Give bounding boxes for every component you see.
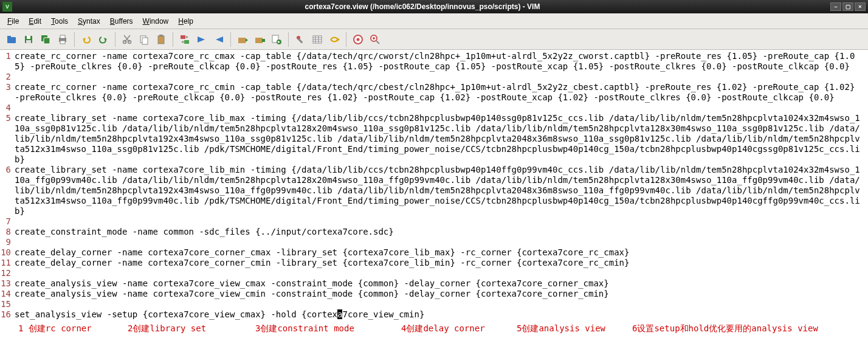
line-number: 14 (0, 289, 15, 299)
session-load-icon[interactable] (235, 32, 250, 47)
code-line[interactable]: 3create_rc_corner -name cortexa7core_rc_… (0, 82, 868, 103)
menu-buffers[interactable]: Buffers (106, 16, 137, 27)
help-icon[interactable] (350, 32, 366, 47)
code-text[interactable]: set_analysis_view -setup {cortexa7core_v… (15, 309, 864, 320)
annotation-2: 2创建library set (128, 323, 255, 334)
menubar: File Edit Tools Syntax Buffers Window He… (0, 13, 868, 29)
minimize-button[interactable]: – (830, 2, 841, 11)
code-line[interactable]: 7 (0, 216, 868, 227)
saveall-icon[interactable] (38, 32, 53, 47)
editor-area[interactable]: 1create_rc_corner -name cortexa7core_rc_… (0, 50, 868, 320)
code-line[interactable]: 9 (0, 237, 868, 247)
svg-rect-1 (7, 36, 11, 38)
shell-icon[interactable] (309, 32, 325, 47)
svg-rect-32 (298, 38, 303, 43)
annotation-4: 4创建delay corner (401, 323, 517, 334)
code-text[interactable]: create_library_set -name cortexa7core_li… (15, 165, 864, 216)
svg-rect-3 (27, 36, 30, 39)
code-text[interactable]: create_delay_corner -name cortexa7core_c… (15, 247, 864, 258)
menu-syntax[interactable]: Syntax (74, 16, 104, 27)
code-line[interactable]: 5create_library_set -name cortexa7core_l… (0, 113, 868, 165)
copy-icon[interactable] (136, 32, 152, 47)
line-number: 11 (0, 258, 15, 268)
line-number: 9 (0, 237, 15, 247)
toolbar-separator (115, 32, 115, 47)
print-icon[interactable] (55, 32, 71, 47)
session-save-icon[interactable] (252, 32, 267, 47)
menu-edit[interactable]: Edit (25, 16, 45, 27)
svg-point-43 (373, 37, 375, 40)
code-line[interactable]: 14create_analysis_view -name cortexa7cor… (0, 289, 868, 299)
paste-icon[interactable] (153, 32, 169, 47)
cut-icon[interactable] (119, 32, 135, 47)
line-number: 4 (0, 103, 15, 113)
code-text[interactable]: create_analysis_view -name cortexa7core_… (15, 289, 864, 299)
code-line[interactable]: 6create_library_set -name cortexa7core_l… (0, 165, 868, 216)
menu-window[interactable]: Window (139, 16, 173, 27)
line-number: 8 (0, 227, 15, 237)
code-text[interactable]: create_analysis_view -name cortexa7core_… (15, 278, 864, 289)
undo-icon[interactable] (78, 32, 94, 47)
code-line[interactable]: 11create_delay_corner -name cortexa7core… (0, 258, 868, 268)
replace-icon[interactable] (177, 32, 193, 47)
ctags-icon[interactable] (326, 32, 342, 47)
code-line[interactable]: 4 (0, 103, 868, 113)
line-number: 12 (0, 268, 15, 278)
line-number: 10 (0, 247, 15, 258)
menu-tools[interactable]: Tools (47, 16, 72, 27)
code-line[interactable]: 8create_constraint_mode -name common -sd… (0, 227, 868, 237)
window-controls: – ▢ × (830, 2, 866, 11)
toolbar-separator (74, 32, 75, 47)
annotation-3: 3创建constraint mode (255, 323, 401, 334)
svg-rect-24 (238, 38, 246, 43)
svg-rect-20 (181, 35, 185, 39)
code-line[interactable]: 15 (0, 299, 868, 309)
close-button[interactable]: × (855, 2, 866, 11)
svg-rect-9 (60, 41, 65, 44)
line-number: 2 (0, 72, 15, 82)
code-line[interactable]: 1create_rc_corner -name cortexa7core_rc_… (0, 51, 868, 72)
code-line[interactable]: 16set_analysis_view -setup {cortexa7core… (0, 309, 868, 320)
make-icon[interactable] (292, 32, 308, 47)
svg-rect-26 (255, 38, 263, 43)
code-line[interactable]: 10create_delay_corner -name cortexa7core… (0, 247, 868, 258)
svg-rect-8 (60, 35, 65, 38)
code-line[interactable]: 12 (0, 268, 868, 278)
save-icon[interactable] (21, 32, 36, 47)
line-number: 3 (0, 82, 15, 92)
svg-rect-18 (158, 36, 164, 44)
svg-rect-19 (159, 35, 163, 36)
svg-rect-6 (44, 38, 50, 44)
line-number: 13 (0, 278, 15, 289)
findhelp-icon[interactable] (367, 32, 383, 47)
line-number: 6 (0, 165, 15, 175)
redo-icon[interactable] (95, 32, 111, 47)
code-text[interactable]: create_rc_corner -name cortexa7core_rc_c… (15, 51, 864, 72)
findnext-icon[interactable] (194, 32, 210, 47)
code-text[interactable]: create_library_set -name cortexa7core_li… (15, 113, 864, 165)
svg-rect-4 (26, 40, 31, 43)
annotation-5: 5创建analysis view (517, 323, 632, 334)
code-line[interactable]: 2 (0, 72, 868, 82)
line-number: 16 (0, 309, 15, 320)
menu-file[interactable]: File (4, 16, 22, 27)
window-title: cortexa7core.view (/home/ic062/Desktop/i… (15, 2, 830, 11)
svg-rect-17 (142, 38, 148, 44)
maximize-button[interactable]: ▢ (842, 2, 853, 11)
findprev-icon[interactable] (211, 32, 227, 47)
open-icon[interactable] (4, 32, 19, 47)
code-text[interactable]: create_constraint_mode -name common -sdc… (15, 227, 864, 237)
svg-marker-39 (337, 38, 340, 41)
code-text[interactable]: create_delay_corner -name cortexa7core_c… (15, 258, 864, 268)
code-line[interactable]: 13create_analysis_view -name cortexa7cor… (0, 278, 868, 289)
code-text[interactable]: create_rc_corner -name cortexa7core_rc_c… (15, 82, 864, 103)
menu-help[interactable]: Help (174, 16, 197, 27)
svg-marker-22 (198, 36, 205, 43)
svg-marker-11 (104, 38, 107, 41)
svg-point-41 (357, 38, 360, 41)
line-number: 1 (0, 51, 15, 61)
toolbar-separator (288, 32, 289, 47)
svg-line-15 (124, 35, 129, 42)
run-script-icon[interactable] (269, 32, 284, 47)
toolbar-separator (173, 32, 173, 47)
